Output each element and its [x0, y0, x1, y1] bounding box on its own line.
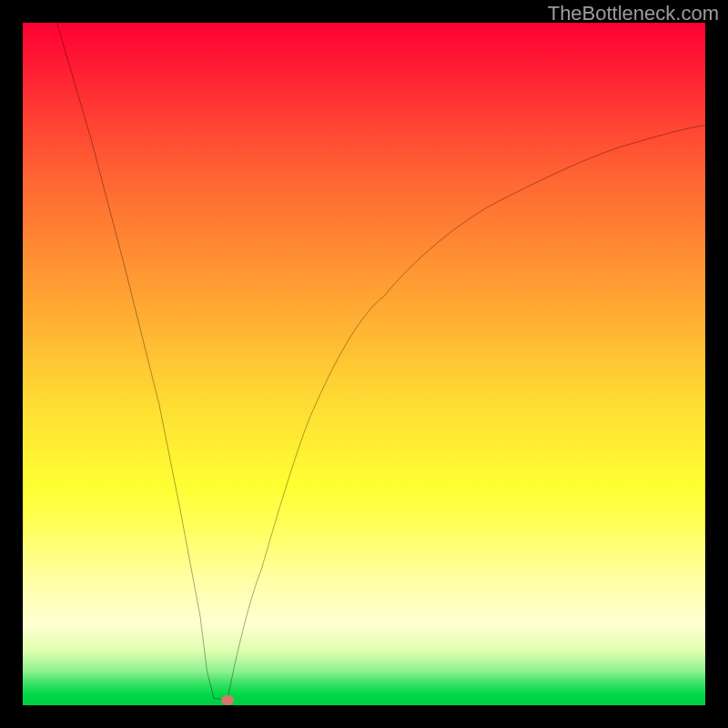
- plot-area: [23, 23, 705, 705]
- watermark-text: TheBottleneck.com: [548, 2, 719, 25]
- chart-frame: TheBottleneck.com: [0, 0, 728, 728]
- optimal-point-marker: [221, 695, 234, 705]
- bottleneck-curve: [23, 23, 705, 705]
